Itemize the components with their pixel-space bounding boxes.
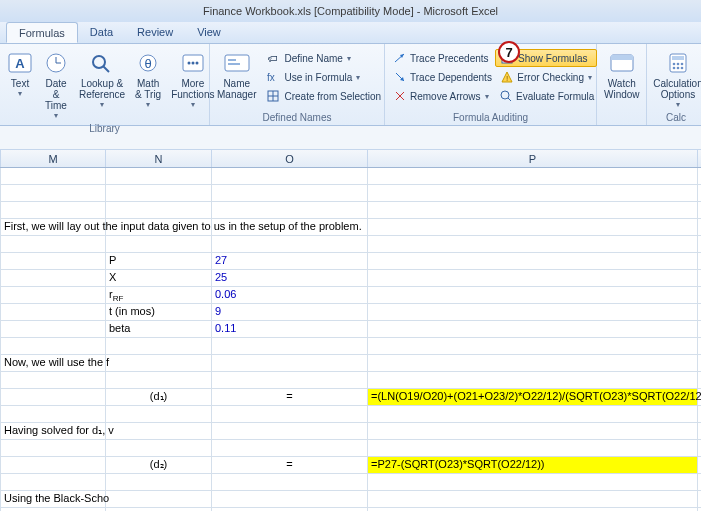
create-from-selection-button[interactable]: Create from Selection (261, 87, 386, 105)
chevron-down-icon: ▾ (676, 100, 680, 109)
group-label-defined-names: Defined Names (214, 110, 380, 125)
svg-text:A: A (15, 56, 25, 71)
cell-eq1[interactable]: = (212, 389, 368, 405)
cell-now-use[interactable]: Now, we will use the f (0, 355, 106, 371)
cell-d1-formula[interactable]: =(LN(O19/O20)+(O21+O23/2)*O22/12)/(SQRT(… (368, 389, 698, 405)
chevron-down-icon: ▾ (588, 73, 592, 82)
svg-point-37 (677, 63, 680, 66)
cell-P-label[interactable]: P (106, 253, 212, 269)
cell-rrf-label[interactable]: rRF (106, 287, 212, 303)
math-trig-button[interactable]: θ Math & Trig▾ (130, 47, 166, 121)
group-label-library: Library (4, 121, 205, 136)
step-badge-7: 7 (498, 41, 520, 63)
magnify-icon (500, 89, 512, 103)
warning-icon: ! (500, 70, 513, 84)
watch-window-button[interactable]: Watch Window (601, 47, 643, 110)
cell-eq2[interactable]: = (212, 457, 368, 473)
col-header-P[interactable]: P (368, 150, 698, 167)
evaluate-formula-button[interactable]: Evaluate Formula (495, 87, 597, 105)
group-label-auditing: Formula Auditing (389, 110, 592, 125)
svg-point-11 (191, 62, 194, 65)
tab-review[interactable]: Review (125, 22, 185, 43)
lookup-reference-button[interactable]: Lookup & Reference▾ (76, 47, 128, 121)
svg-text:θ: θ (145, 56, 152, 71)
cell-beta-value[interactable]: 0.11 (212, 321, 368, 337)
col-header-O[interactable]: O (212, 150, 368, 167)
watch-window-icon (607, 50, 637, 76)
chevron-down-icon: ▾ (485, 92, 489, 101)
theta-icon: θ (133, 50, 163, 76)
group-watch-window: Watch Window (597, 44, 647, 125)
col-header-N[interactable]: N (106, 150, 212, 167)
arrow-in-icon (394, 51, 406, 65)
chevron-down-icon: ▾ (347, 54, 351, 63)
svg-rect-35 (672, 56, 684, 60)
remove-arrows-button[interactable]: Remove Arrows ▾ (389, 87, 493, 105)
col-header-M[interactable]: M (0, 150, 106, 167)
svg-point-36 (673, 63, 676, 66)
cell-P-value[interactable]: 27 (212, 253, 368, 269)
fx-icon: fx (266, 70, 280, 84)
grid-icon (266, 89, 280, 103)
cell-t-label[interactable]: t (in mos) (106, 304, 212, 320)
column-headers: M N O P (0, 150, 701, 168)
tab-formulas[interactable]: Formulas (6, 22, 78, 43)
cell-d1-label[interactable]: (d₁) (106, 389, 212, 405)
chevron-down-icon: ▾ (54, 111, 58, 120)
name-manager-button[interactable]: Name Manager (214, 47, 259, 110)
cell-beta-label[interactable]: beta (106, 321, 212, 337)
cell-having-solved[interactable]: Having solved for d₁, v (0, 423, 106, 439)
svg-line-31 (508, 98, 511, 101)
group-function-library: A Text▾ Date & Time▾ Lookup & Reference▾… (0, 44, 210, 125)
group-label-calc: Calc (651, 110, 701, 125)
svg-point-39 (673, 67, 676, 70)
use-in-formula-button[interactable]: fxUse in Formula ▾ (261, 68, 386, 86)
more-icon (178, 50, 208, 76)
ribbon: 7 A Text▾ Date & Time▾ Lookup & Referenc… (0, 44, 701, 126)
text-icon: A (5, 50, 35, 76)
svg-rect-14 (228, 59, 236, 61)
cell-rrf-value[interactable]: 0.06 (212, 287, 368, 303)
name-manager-icon (222, 50, 252, 76)
cell-X-label[interactable]: X (106, 270, 212, 286)
clock-icon (41, 50, 71, 76)
calculation-options-button[interactable]: Calculation Options▾ (651, 47, 701, 110)
text-functions-button[interactable]: A Text▾ (4, 47, 36, 121)
chevron-down-icon: ▾ (18, 89, 22, 98)
date-time-button[interactable]: Date & Time▾ (38, 47, 74, 121)
chevron-down-icon: ▾ (146, 100, 150, 109)
define-name-button[interactable]: 🏷Define Name ▾ (261, 49, 386, 67)
svg-point-12 (195, 62, 198, 65)
chevron-down-icon: ▾ (356, 73, 360, 82)
worksheet[interactable]: M N O P First, we will lay out the input… (0, 150, 701, 511)
chevron-down-icon: ▾ (191, 100, 195, 109)
tab-data[interactable]: Data (78, 22, 125, 43)
lookup-icon (87, 50, 117, 76)
window-title: Finance Workbook.xls [Compatibility Mode… (0, 0, 701, 22)
cell-d2-label[interactable]: (d₂) (106, 457, 212, 473)
cell-d2-formula[interactable]: =P27-(SQRT(O23)*SQRT(O22/12)) (368, 457, 698, 473)
svg-point-10 (187, 62, 190, 65)
group-formula-auditing: Trace Precedents Trace Dependents Remove… (385, 44, 597, 125)
trace-dependents-button[interactable]: Trace Dependents (389, 68, 493, 86)
svg-point-40 (677, 67, 680, 70)
error-checking-button[interactable]: !Error Checking ▾ (495, 68, 597, 86)
tab-view[interactable]: View (185, 22, 233, 43)
cell-intro[interactable]: First, we will lay out the input data gi… (0, 219, 106, 235)
svg-line-6 (103, 66, 109, 72)
svg-text:fx: fx (267, 72, 275, 83)
cell-X-value[interactable]: 25 (212, 270, 368, 286)
group-defined-names: Name Manager 🏷Define Name ▾ fxUse in For… (210, 44, 385, 125)
svg-point-41 (681, 67, 684, 70)
cell-t-value[interactable]: 9 (212, 304, 368, 320)
svg-text:!: ! (506, 74, 508, 83)
svg-rect-33 (611, 55, 633, 60)
ribbon-tabs: Formulas Data Review View (0, 22, 701, 44)
chevron-down-icon: ▾ (100, 100, 104, 109)
trace-precedents-button[interactable]: Trace Precedents (389, 49, 493, 67)
cell-using-bs[interactable]: Using the Black-Scho (0, 491, 106, 507)
svg-point-38 (681, 63, 684, 66)
svg-rect-15 (228, 63, 240, 65)
group-calculation: Calculation Options▾ Calc (647, 44, 701, 125)
calculator-icon (663, 50, 693, 76)
